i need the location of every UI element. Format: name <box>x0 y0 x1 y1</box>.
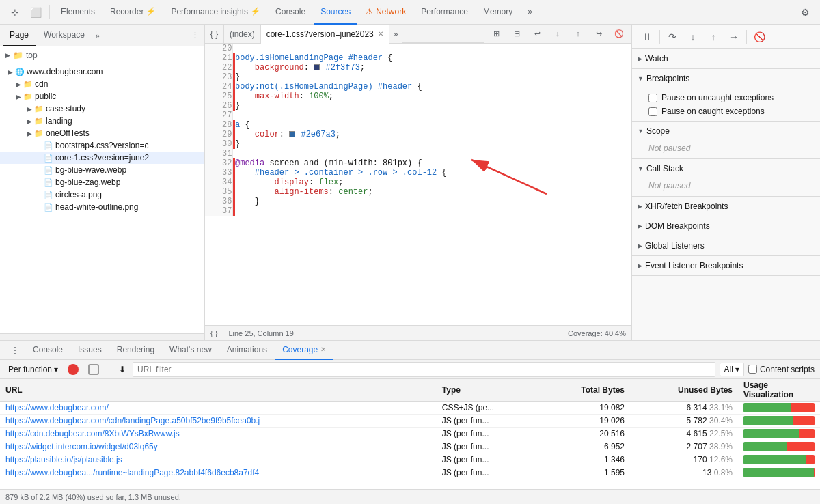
stop-coverage-btn[interactable] <box>85 362 102 377</box>
toggle-sidebar-right-icon[interactable]: ⊞ <box>487 25 506 43</box>
pause-uncaught-checkbox[interactable] <box>648 94 657 102</box>
sub-tab-workspace[interactable]: Workspace <box>37 25 92 46</box>
tab-memory[interactable]: Memory <box>476 0 519 25</box>
download-icon: ⬇ <box>119 365 126 374</box>
section-global-header[interactable]: ▶ Global Listeners <box>632 236 820 255</box>
cursor-icon[interactable]: ⊹ <box>5 3 25 22</box>
per-function-btn[interactable]: Per function ▾ <box>5 362 61 377</box>
step-over-btn[interactable]: ↷ <box>663 27 682 46</box>
tree-item-core-css[interactable]: 📄 core-1.css?version=june2 <box>0 152 204 164</box>
close-tab-icon[interactable]: ✕ <box>378 30 383 38</box>
type-cell: JS (per fun... <box>437 453 541 466</box>
tab-recorder[interactable]: Recorder ⚡ <box>103 0 163 25</box>
step-up-icon[interactable]: ↑ <box>569 25 588 43</box>
step-forward-icon[interactable]: ↪ <box>589 25 608 43</box>
sub-tab-page[interactable]: Page <box>3 25 36 46</box>
step-down-icon[interactable]: ↓ <box>548 25 567 43</box>
tree-item-circles[interactable]: 📄 circles-a.png <box>0 188 204 201</box>
tab-sources[interactable]: Sources <box>314 0 357 25</box>
tab-console[interactable]: Console <box>269 0 312 25</box>
table-row: https://www.debugbear.com/cdn/landingPag… <box>0 415 820 428</box>
section-xhr-header[interactable]: ▶ XHR/fetch Breakpoints <box>632 197 820 216</box>
bottom-panel-menu-icon[interactable]: ⋮ <box>5 341 25 360</box>
tree-item-cdn[interactable]: ▶ 📁 cdn <box>0 78 204 90</box>
tab-performance[interactable]: Performance <box>414 0 475 25</box>
tree-item-oneofftests[interactable]: ▶ 📁 oneOffTests <box>0 127 204 139</box>
section-breakpoints: ▼ Breakpoints Pause on uncaught exceptio… <box>632 69 820 122</box>
url-cell[interactable]: https://widget.intercom.io/widget/d03lq6… <box>0 440 437 453</box>
record-coverage-btn[interactable] <box>65 362 81 377</box>
step-out-btn[interactable]: ↑ <box>704 27 723 46</box>
content-scripts-checkbox[interactable] <box>748 365 757 374</box>
bottom-tab-coverage[interactable]: Coverage ✕ <box>275 341 333 360</box>
step-into-btn[interactable]: ↓ <box>683 27 702 46</box>
sep2 <box>746 30 747 44</box>
settings-icon[interactable]: ⚙ <box>795 3 815 22</box>
section-event-listener: ▶ Event Listener Breakpoints <box>632 256 820 276</box>
sidebar-top-label: ▶ 📁 top <box>0 46 204 64</box>
tree-item-landing[interactable]: ▶ 📁 landing <box>0 115 204 127</box>
section-dom-header[interactable]: ▶ DOM Breakpoints <box>632 216 820 236</box>
chevron-right-icon: ▶ <box>638 55 642 62</box>
sidebar-toggle-btn[interactable]: { } <box>205 25 224 44</box>
bottom-tab-animations[interactable]: Animations <box>220 341 274 360</box>
code-editor: { } (index) core-1.css?version=june2023 … <box>205 25 631 340</box>
dropdown-arrow-icon: ▾ <box>735 365 739 374</box>
tree-item-head-white[interactable]: 📄 head-white-outline.png <box>0 201 204 213</box>
download-btn[interactable]: ⬇ <box>116 362 128 377</box>
step-back-icon[interactable]: ↩ <box>528 25 547 43</box>
split-pane-icon[interactable]: ⊟ <box>507 25 526 43</box>
file-tab-more[interactable]: » <box>390 25 402 44</box>
tree-item-case-study[interactable]: ▶ 📁 case-study <box>0 102 204 115</box>
tab-elements[interactable]: Elements <box>54 0 102 25</box>
sub-toolbar: Page Workspace » ⋮ <box>0 25 204 46</box>
code-line-36: 36 } <box>205 197 631 206</box>
sub-tab-more[interactable]: » <box>93 31 102 40</box>
bottom-tab-console[interactable]: Console <box>26 341 70 360</box>
tab-network[interactable]: ⚠ Network <box>359 0 413 25</box>
tree-item-domain[interactable]: ▶ 🌐 www.debugbear.com <box>0 66 204 78</box>
step-btn[interactable]: → <box>724 27 743 46</box>
tree-item-public[interactable]: ▶ 📁 public <box>0 90 204 102</box>
section-event-listener-header[interactable]: ▶ Event Listener Breakpoints <box>632 256 820 275</box>
tree-item-bgwave[interactable]: 📄 bg-blue-wave.webp <box>0 164 204 176</box>
section-callstack: ▼ Call Stack Not paused <box>632 159 820 197</box>
section-callstack-header[interactable]: ▼ Call Stack <box>632 159 820 178</box>
url-cell[interactable]: https://www.debugbear.com/ <box>0 402 437 415</box>
table-row: https://cdn.debugbear.com/8XbtWYsBxRwww.… <box>0 428 820 440</box>
url-cell[interactable]: https://cdn.debugbear.com/8XbtWYsBxRwww.… <box>0 428 437 440</box>
tab-perf-insights[interactable]: Performance insights ⚡ <box>164 0 267 25</box>
url-filter-input[interactable] <box>133 362 715 377</box>
bottom-tab-whatsnew[interactable]: What's new <box>163 341 219 360</box>
code-line-29: 29 color: #2e67a3; <box>205 130 631 139</box>
file-tab-core-css[interactable]: core-1.css?version=june2023 ✕ <box>261 25 390 44</box>
section-scope-header[interactable]: ▼ Scope <box>632 122 820 141</box>
type-filter-dropdown[interactable]: All ▾ <box>720 363 744 376</box>
url-cell[interactable]: https://www.debugbear.com/cdn/landingPag… <box>0 415 437 428</box>
url-cell[interactable]: https://plausible.io/js/plausible.js <box>0 453 437 466</box>
file-tab-index[interactable]: (index) <box>224 25 261 44</box>
tree-item-bootstrap[interactable]: 📄 bootstrap4.css?version=c <box>0 139 204 152</box>
coverage-table-scroll[interactable]: URL Type Total Bytes Unused Bytes Usage … <box>0 379 820 489</box>
tab-more[interactable]: » <box>521 0 539 25</box>
deactivate-icon[interactable]: 🚫 <box>610 25 629 43</box>
section-watch-header[interactable]: ▶ Watch <box>632 49 820 68</box>
code-scroll-area[interactable]: 20 21 body.isHomeLandingPage #header { 2… <box>205 44 631 325</box>
device-icon[interactable]: ⬜ <box>26 3 45 22</box>
file-icon: 📄 <box>44 203 53 212</box>
tree-item-bgzag[interactable]: 📄 bg-blue-zag.webp <box>0 176 204 188</box>
pause-caught-row: Pause on caught exceptions <box>648 104 815 118</box>
bottom-tab-rendering[interactable]: Rendering <box>110 341 161 360</box>
bottom-tab-issues[interactable]: Issues <box>71 341 109 360</box>
breakpoints-content: Pause on uncaught exceptions Pause on ca… <box>632 88 820 121</box>
pause-resume-btn[interactable]: ⏸ <box>638 27 657 46</box>
folder-icon: 📁 <box>23 92 33 101</box>
close-coverage-icon[interactable]: ✕ <box>320 346 326 353</box>
deactivate-breakpoints-btn[interactable]: 🚫 <box>750 27 769 46</box>
folder-icon: 📁 <box>34 129 44 138</box>
section-breakpoints-header[interactable]: ▼ Breakpoints <box>632 69 820 88</box>
sidebar-scrollbar[interactable] <box>0 333 204 340</box>
sidebar-menu-icon[interactable]: ⋮ <box>189 31 202 40</box>
pause-caught-checkbox[interactable] <box>648 107 657 116</box>
url-cell[interactable]: https://www.debugbea.../runtime~landingP… <box>0 466 437 479</box>
